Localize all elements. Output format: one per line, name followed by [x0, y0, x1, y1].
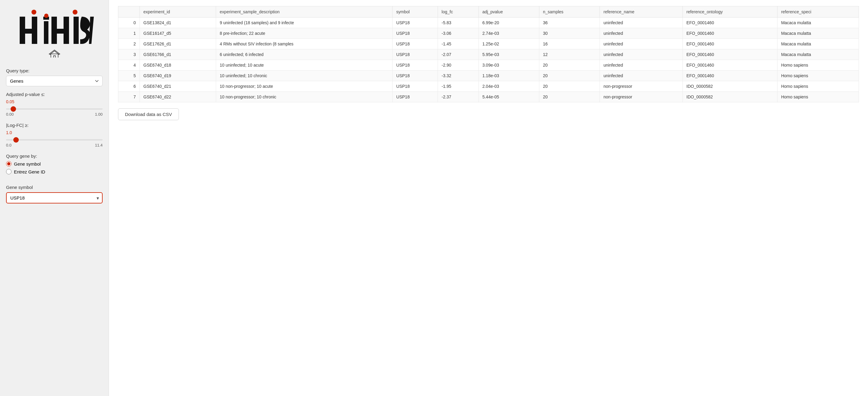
table-row: 4GSE6740_d1810 uninfected; 10 acuteUSP18… — [118, 60, 859, 70]
svg-rect-4 — [20, 29, 37, 34]
col-index — [118, 6, 140, 18]
cell-adj-pvalue: 3.09e-03 — [478, 60, 539, 70]
cell-reference-ontology: EFO_0001460 — [683, 49, 777, 60]
radio-gene-symbol-item[interactable]: Gene symbol — [6, 161, 102, 166]
cell-reference-name: uninfected — [600, 39, 683, 49]
cell-adj-pvalue: 2.04e-03 — [478, 81, 539, 92]
cell-symbol: USP18 — [393, 70, 438, 81]
table-row: 6GSE6740_d2110 non-progressor; 10 acuteU… — [118, 81, 859, 92]
table-row: 2GSE17626_d14 RMs without SIV infection … — [118, 39, 859, 49]
results-table: experiment_id experiment_sample_descript… — [118, 6, 859, 102]
cell-n-samples: 16 — [539, 39, 599, 49]
cell-index: 7 — [118, 92, 140, 102]
col-reference-name: reference_name — [600, 6, 683, 18]
cell-description: 9 uninfected (18 samples) and 9 infecte — [216, 18, 393, 28]
cell-log-fc: -2.37 — [438, 92, 479, 102]
cell-adj-pvalue: 1.18e-03 — [478, 70, 539, 81]
logo-container — [6, 6, 102, 62]
cell-experiment-id: GSE17626_d1 — [140, 39, 216, 49]
query-gene-by-label: Query gene by: — [6, 153, 102, 159]
cell-description: 8 pre-infection; 22 acute — [216, 28, 393, 39]
home-icon[interactable] — [49, 50, 60, 58]
cell-symbol: USP18 — [393, 39, 438, 49]
cell-symbol: USP18 — [393, 49, 438, 60]
adj-pvalue-slider[interactable] — [6, 109, 102, 110]
col-n-samples: n_samples — [539, 6, 599, 18]
cell-reference-speci: Macaca mulatta — [777, 18, 859, 28]
radio-entrez-item[interactable]: Entrez Gene ID — [6, 169, 102, 174]
logfc-slider[interactable] — [6, 139, 102, 141]
cell-n-samples: 20 — [539, 92, 599, 102]
app-logo — [15, 9, 94, 58]
cell-reference-ontology: IDO_0000582 — [683, 81, 777, 92]
col-log-fc: log_fc — [438, 6, 479, 18]
cell-reference-name: uninfected — [600, 18, 683, 28]
cell-log-fc: -3.06 — [438, 28, 479, 39]
cell-description: 10 non-progressor; 10 acute — [216, 81, 393, 92]
cell-n-samples: 36 — [539, 18, 599, 28]
cell-reference-ontology: IDO_0000582 — [683, 92, 777, 102]
cell-reference-name: non-progressor — [600, 92, 683, 102]
cell-experiment-id: GSE61766_d1 — [140, 49, 216, 60]
logfc-min: 0.0 — [6, 143, 11, 147]
cell-reference-speci: Macaca mulatta — [777, 49, 859, 60]
cell-description: 10 uninfected; 10 acute — [216, 60, 393, 70]
cell-reference-ontology: EFO_0001460 — [683, 39, 777, 49]
query-type-select[interactable]: Genes Samples Experiments — [6, 76, 102, 86]
svg-point-11 — [44, 13, 49, 18]
table-body: 0GSE13824_d19 uninfected (18 samples) an… — [118, 18, 859, 102]
svg-rect-5 — [44, 21, 49, 44]
table-row: 5GSE6740_d1910 uninfected; 10 chronicUSP… — [118, 70, 859, 81]
cell-symbol: USP18 — [393, 18, 438, 28]
cell-adj-pvalue: 5.44e-05 — [478, 92, 539, 102]
adj-pvalue-slider-container — [6, 105, 102, 111]
radio-gene-symbol-label: Gene symbol — [14, 161, 40, 166]
logfc-range: 0.0 11.4 — [6, 143, 102, 147]
col-reference-ontology: reference_ontology — [683, 6, 777, 18]
gene-symbol-input-wrap: ▾ — [6, 192, 102, 204]
adj-pvalue-range: 0.00 1.00 — [6, 112, 102, 117]
cell-reference-speci: Homo sapiens — [777, 60, 859, 70]
cell-reference-speci: Homo sapiens — [777, 70, 859, 81]
logfc-section: |Log-FC| ≥: 1.0 0.0 11.4 — [6, 123, 102, 147]
cell-n-samples: 30 — [539, 28, 599, 39]
cell-description: 10 uninfected; 10 chronic — [216, 70, 393, 81]
cell-log-fc: -3.32 — [438, 70, 479, 81]
cell-reference-name: uninfected — [600, 70, 683, 81]
logfc-slider-container — [6, 136, 102, 142]
gene-symbol-label: Gene symbol — [6, 185, 102, 190]
cell-reference-name: uninfected — [600, 28, 683, 39]
cell-description: 10 non-progressor; 10 chronic — [216, 92, 393, 102]
query-type-label: Query type: — [6, 68, 102, 73]
download-csv-button[interactable]: Download data as CSV — [118, 109, 179, 120]
radio-gene-symbol[interactable] — [6, 161, 11, 166]
sidebar: Query type: Genes Samples Experiments Ad… — [0, 0, 109, 396]
gene-symbol-input[interactable] — [6, 192, 102, 204]
table-row: 3GSE61766_d16 uninfected; 6 infectedUSP1… — [118, 49, 859, 60]
cell-log-fc: -1.95 — [438, 81, 479, 92]
cell-n-samples: 20 — [539, 81, 599, 92]
cell-reference-ontology: EFO_0001460 — [683, 18, 777, 28]
svg-rect-9 — [52, 29, 69, 34]
col-reference-speci: reference_speci — [777, 6, 859, 18]
table-header-row: experiment_id experiment_sample_descript… — [118, 6, 859, 18]
col-experiment-sample-description: experiment_sample_description — [216, 6, 393, 18]
adj-pvalue-section: Adjusted p-value ≤: 0.05 0.00 1.00 — [6, 92, 102, 117]
radio-entrez[interactable] — [6, 169, 11, 174]
cell-experiment-id: GSE6740_d22 — [140, 92, 216, 102]
col-symbol: symbol — [393, 6, 438, 18]
cell-symbol: USP18 — [393, 28, 438, 39]
cell-description: 6 uninfected; 6 infected — [216, 49, 393, 60]
cell-reference-speci: Homo sapiens — [777, 92, 859, 102]
radio-group: Gene symbol Entrez Gene ID — [6, 161, 102, 174]
cell-reference-speci: Macaca mulatta — [777, 28, 859, 39]
cell-adj-pvalue: 5.95e-03 — [478, 49, 539, 60]
cell-experiment-id: GSE16147_d5 — [140, 28, 216, 39]
cell-n-samples: 20 — [539, 60, 599, 70]
cell-adj-pvalue: 2.74e-03 — [478, 28, 539, 39]
table-row: 7GSE6740_d2210 non-progressor; 10 chroni… — [118, 92, 859, 102]
adj-pvalue-max: 1.00 — [95, 112, 102, 117]
cell-log-fc: -5.83 — [438, 18, 479, 28]
query-type-section: Query type: Genes Samples Experiments — [6, 68, 102, 86]
table-row: 1GSE16147_d58 pre-infection; 22 acuteUSP… — [118, 28, 859, 39]
